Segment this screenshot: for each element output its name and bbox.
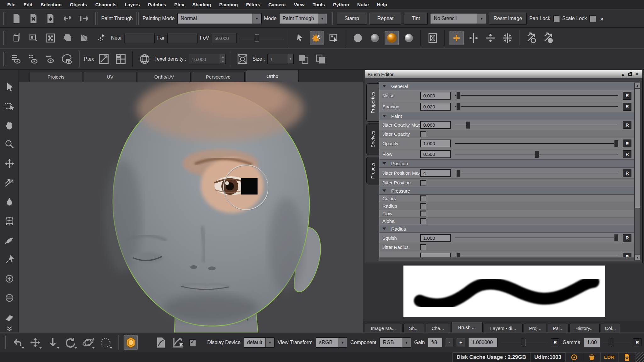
gamma-reset-button[interactable]: R	[633, 338, 641, 346]
paste-ptex-icon[interactable]	[313, 52, 328, 66]
section-header-general[interactable]: General	[379, 82, 634, 90]
brush-stroke-preview[interactable]	[403, 266, 605, 317]
home-gem-icon[interactable]	[124, 335, 138, 350]
menu-ptex[interactable]: Ptex	[170, 2, 188, 7]
viewport-canvas[interactable]	[19, 82, 363, 332]
fov-slider-handle[interactable]	[255, 34, 259, 42]
export-status-icon[interactable]	[618, 352, 636, 362]
tab-channels[interactable]: Cha...	[425, 324, 450, 332]
menu-objects[interactable]: Objects	[66, 2, 91, 7]
jitter-position-max-slider[interactable]	[455, 169, 618, 177]
stamp-button[interactable]: Stamp	[337, 13, 367, 25]
toolbar-overflow-indicator[interactable]: »	[600, 15, 603, 22]
rotate-view-icon[interactable]	[63, 335, 78, 350]
ptex-fill-icon[interactable]	[114, 52, 128, 66]
tab-perspective[interactable]: Perspective	[192, 72, 245, 82]
resize-grip[interactable]	[636, 352, 644, 362]
jitter-opacity-max-value-input[interactable]: 0.080	[420, 121, 451, 129]
texel-density-spinner[interactable]: ▲▼	[220, 54, 226, 64]
pressure-colors-checkbox[interactable]	[420, 195, 426, 201]
pan-lock-checkbox[interactable]	[553, 15, 560, 22]
transform-tool-icon[interactable]	[4, 158, 15, 169]
select-tool-icon[interactable]	[4, 82, 15, 92]
gain-slider[interactable]	[501, 338, 548, 347]
symmetry-y-icon[interactable]	[483, 31, 498, 45]
paint-buffer-icon[interactable]	[583, 352, 601, 362]
gain-reset-button[interactable]: R	[551, 338, 559, 346]
squish-slider[interactable]	[455, 234, 618, 242]
tab-projects[interactable]: Projects	[30, 72, 82, 82]
more-tools-chevron-icon[interactable]	[0, 326, 19, 331]
jitter-position-checkbox[interactable]	[420, 180, 426, 186]
gain-decrement-button[interactable]: -	[446, 338, 453, 347]
menu-tools[interactable]: Tools	[308, 2, 329, 7]
shading-preview-icon[interactable]	[402, 31, 416, 45]
pressure-alpha-checkbox[interactable]	[420, 218, 426, 224]
reset-image-button[interactable]: Reset Image	[489, 13, 527, 25]
stencil-size-icon[interactable]	[235, 52, 250, 66]
scale-lock-checkbox[interactable]	[589, 15, 596, 22]
render-target-icon[interactable]	[565, 352, 583, 362]
gamma-value-input[interactable]: 1.00	[584, 338, 600, 347]
texel-density-input[interactable]: 16.000	[189, 54, 220, 64]
collapse-icon[interactable]: ▲	[620, 71, 626, 77]
gain-increment-button[interactable]: +	[457, 338, 465, 347]
import-session-icon[interactable]	[60, 11, 75, 26]
shading-basic-icon[interactable]	[368, 31, 382, 45]
chevron-down-icon[interactable]: ▼	[338, 338, 347, 347]
toolbar-grip[interactable]	[331, 12, 333, 25]
shading-flat-icon[interactable]	[351, 31, 365, 45]
tab-presets[interactable]: Presets	[366, 157, 379, 184]
stencil-select[interactable]: No Stencil ▼	[430, 13, 486, 24]
toolbar-grip[interactable]	[136, 12, 139, 25]
toolbar-grip[interactable]	[3, 31, 5, 45]
menu-patches[interactable]: Patches	[144, 2, 170, 7]
export-session-icon[interactable]	[77, 11, 92, 26]
jitter-position-max-value-input[interactable]: 4	[420, 169, 451, 177]
tint-button[interactable]: Tint	[404, 13, 428, 25]
copy-ptex-icon[interactable]	[296, 52, 311, 66]
slide-tool-icon[interactable]	[4, 178, 15, 188]
tab-shaders[interactable]: Sh...	[403, 324, 424, 332]
mode-select[interactable]: Paint Through ▼	[279, 13, 327, 24]
scroll-up-icon[interactable]: ▲	[635, 83, 640, 89]
smudge-tool-icon[interactable]	[4, 235, 15, 246]
repeat-button[interactable]: Repeat	[369, 13, 402, 25]
pointer-tool-icon[interactable]	[293, 31, 307, 45]
squish-value-input[interactable]: 1.000	[420, 234, 451, 242]
opacity-slider[interactable]	[455, 140, 618, 148]
menu-help[interactable]: Help	[373, 2, 391, 7]
close-project-icon[interactable]	[26, 11, 41, 26]
zoom-tool-icon[interactable]	[4, 139, 15, 150]
tab-painting[interactable]: Pai...	[548, 324, 569, 332]
blur-tool-icon[interactable]	[4, 197, 15, 207]
pan-view-icon[interactable]	[28, 335, 42, 350]
paint-spray-icon[interactable]	[94, 31, 108, 45]
chevron-down-icon[interactable]: ▼	[253, 14, 261, 24]
menu-python[interactable]: Python	[329, 2, 353, 7]
add-paint-target-tool-icon[interactable]	[4, 273, 15, 284]
menu-channels[interactable]: Channels	[91, 2, 121, 7]
symmetry-x-icon[interactable]	[466, 31, 481, 45]
spin-up-icon[interactable]: ▲	[220, 54, 225, 59]
noise-value-input[interactable]: 0.000	[420, 92, 451, 100]
chevron-down-icon[interactable]: ▾	[287, 54, 293, 64]
tab-uv[interactable]: UV	[84, 72, 136, 82]
tab-projectors[interactable]: Proj...	[524, 324, 547, 332]
flow-value-input[interactable]: 0.500	[420, 150, 451, 158]
world-density-icon[interactable]	[137, 52, 152, 66]
screen-projection-icon[interactable]	[327, 31, 341, 45]
orbit-view-icon[interactable]	[81, 335, 95, 350]
toolbar-grip[interactable]	[95, 12, 97, 25]
toolbar-grip[interactable]	[3, 52, 5, 66]
size-input[interactable]: 1	[267, 54, 287, 64]
shading-full-icon[interactable]	[385, 31, 399, 45]
chevron-down-icon[interactable]: ▼	[265, 338, 274, 347]
palette-visibility-icon[interactable]	[60, 52, 75, 66]
brush-editor-scrollbar[interactable]: ▲ ▼	[634, 83, 640, 261]
mirror-geometry-icon[interactable]	[541, 31, 556, 45]
clone-stamp-tool-icon[interactable]	[4, 293, 15, 303]
view-transform-select[interactable]: sRGB ▼	[316, 337, 347, 348]
reset-button[interactable]: R	[623, 92, 631, 100]
spacing-value-input[interactable]: 0.020	[420, 103, 451, 111]
